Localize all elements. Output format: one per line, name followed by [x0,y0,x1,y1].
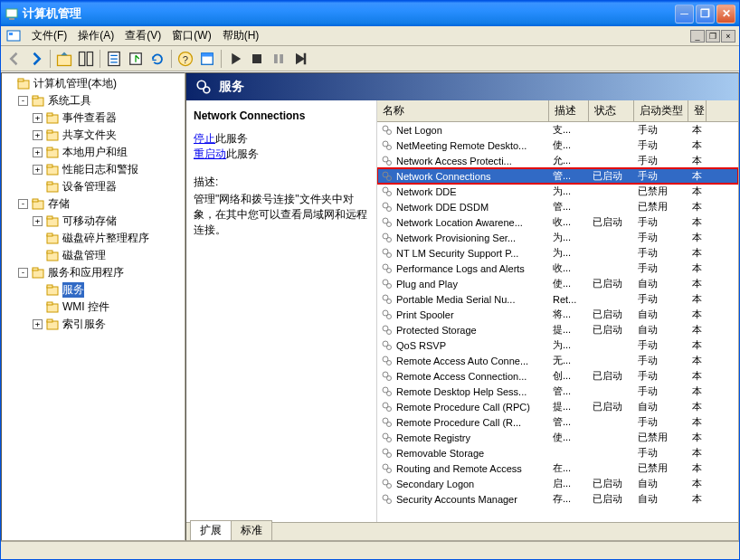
list-body[interactable]: Net Logon支...手动本NetMeeting Remote Deskto… [377,122,738,522]
service-row[interactable]: Remote Access Connection...创...已启动手动本 [377,368,738,384]
play-button[interactable] [225,49,245,69]
col-desc[interactable]: 描述 [549,100,589,121]
tree-panel[interactable]: 计算机管理(本地)-系统工具+事件查看器+共享文件夹+本地用户和组+性能日志和警… [1,72,185,541]
forward-button[interactable] [26,49,46,69]
service-row[interactable]: Remote Procedure Call (R...管...手动本 [377,414,738,430]
tree-item[interactable]: 服务 [4,281,183,299]
tree-item[interactable]: 磁盘管理 [4,247,183,264]
service-row[interactable]: Network Access Protecti...允...手动本 [377,153,738,168]
help-button[interactable]: ? [176,49,195,69]
tree-item[interactable]: +事件查看器 [4,109,183,127]
up-button[interactable] [54,49,74,69]
tree-toggle[interactable]: + [33,130,43,140]
svg-rect-2 [7,31,20,41]
service-row[interactable]: NT LM Security Support P...为...手动本 [377,245,738,261]
pause-button[interactable] [269,49,289,69]
tree-toggle[interactable]: + [33,216,43,226]
minimize-button[interactable]: ─ [675,5,694,24]
tree-item[interactable]: WMI 控件 [4,299,183,316]
menu-file[interactable]: 文件(F) [26,26,72,45]
service-row[interactable]: QoS RSVP为...手动本 [377,337,738,353]
service-row[interactable]: Print Spooler将...已启动自动本 [377,307,738,322]
service-start: 手动 [634,353,688,368]
service-row[interactable]: Network DDE DSDM管...已禁用本 [377,199,738,214]
stop-button[interactable] [247,49,267,69]
stop-service-link[interactable]: 停止 [194,132,215,145]
tree-item[interactable]: +索引服务 [4,316,183,333]
tree-toggle[interactable]: - [18,96,28,106]
mdi-close[interactable]: × [721,30,735,43]
new-window-button[interactable] [197,49,217,69]
tab-extended[interactable]: 扩展 [190,520,232,540]
service-row[interactable]: Performance Logs and Alerts收...手动本 [377,261,738,276]
tree-toggle[interactable]: + [33,165,43,175]
service-row[interactable]: Plug and Play使...已启动自动本 [377,276,738,291]
service-row[interactable]: Security Accounts Manager存...已启动自动本 [377,491,738,507]
tree-item[interactable]: 磁盘碎片整理程序 [4,230,183,247]
service-name: NetMeeting Remote Deskto... [396,140,527,151]
tree-toggle[interactable]: - [18,199,28,209]
tree-item[interactable]: -服务和应用程序 [4,264,183,281]
tree-toggle[interactable]: + [33,147,43,157]
maximize-button[interactable]: ❐ [696,5,715,24]
service-row[interactable]: NetMeeting Remote Deskto...使...手动本 [377,138,738,153]
tree-toggle[interactable]: - [18,268,28,278]
tree-item[interactable]: 设备管理器 [4,178,183,195]
menu-window[interactable]: 窗口(W) [166,26,216,45]
menu-action[interactable]: 操作(A) [72,26,119,45]
tree-item[interactable]: -系统工具 [4,92,183,109]
col-name[interactable]: 名称 [377,100,549,121]
folder-icon [45,300,60,315]
menu-help[interactable]: 帮助(H) [217,26,265,45]
tree-item[interactable]: -存储 [4,195,183,213]
service-start: 手动 [634,168,688,184]
show-hide-button[interactable] [76,49,96,69]
col-logon[interactable]: 登 [688,100,707,121]
service-logon: 本 [688,430,707,445]
service-desc: 管... [549,199,589,214]
export-button[interactable] [126,49,146,69]
tree-toggle[interactable]: + [33,113,43,123]
mdi-restore[interactable]: ❐ [706,30,720,43]
service-row[interactable]: Removable Storage手动本 [377,445,738,460]
titlebar[interactable]: 计算机管理 ─ ❐ ✕ [1,1,739,26]
tree-item[interactable]: 计算机管理(本地) [4,75,183,92]
col-state[interactable]: 状态 [589,100,634,121]
svg-point-90 [387,437,392,441]
refresh-button[interactable] [147,49,167,69]
restart-service-link[interactable]: 重启动 [194,147,226,160]
service-row[interactable]: Portable Media Serial Nu...Ret...手动本 [377,291,738,307]
service-logon: 本 [688,230,707,245]
service-desc: 启... [549,476,589,491]
tab-standard[interactable]: 标准 [231,520,272,540]
properties-button[interactable] [104,49,124,69]
tree-item[interactable]: +共享文件夹 [4,127,183,144]
service-row[interactable]: Network Provisioning Ser...为...手动本 [377,230,738,245]
service-icon [381,324,394,337]
tree-item[interactable]: +本地用户和组 [4,144,183,161]
service-state [589,345,634,346]
tree-label: 可移动存储 [62,214,117,229]
service-row[interactable]: Routing and Remote Access在...已禁用本 [377,460,738,476]
menu-view[interactable]: 查看(V) [119,26,166,45]
tree-item[interactable]: +可移动存储 [4,213,183,230]
back-button[interactable] [5,49,24,69]
service-row[interactable]: Remote Access Auto Conne...无...手动本 [377,353,738,368]
service-row[interactable]: Net Logon支...手动本 [377,122,738,138]
service-row[interactable]: Remote Procedure Call (RPC)提...已启动自动本 [377,399,738,414]
close-button[interactable]: ✕ [716,5,735,24]
tree-item[interactable]: +性能日志和警报 [4,161,183,178]
restart-button[interactable] [290,49,310,69]
tree-toggle[interactable]: + [33,319,43,329]
service-row[interactable]: Remote Registry使...已禁用本 [377,430,738,445]
service-row[interactable]: Network DDE为...已禁用本 [377,184,738,199]
service-row[interactable]: Secondary Logon启...已启动自动本 [377,476,738,491]
col-start[interactable]: 启动类型 [634,100,688,121]
mdi-minimize[interactable]: _ [690,30,705,43]
service-name: Remote Access Connection... [396,371,527,382]
service-row[interactable]: Protected Storage提...已启动自动本 [377,322,738,337]
tree-label: 事件查看器 [62,110,117,126]
service-row[interactable]: Remote Desktop Help Sess...管...手动本 [377,384,738,399]
service-row[interactable]: Network Location Awarene...收...已启动手动本 [377,214,738,230]
service-row[interactable]: Network Connections管...已启动手动本 [377,168,738,184]
